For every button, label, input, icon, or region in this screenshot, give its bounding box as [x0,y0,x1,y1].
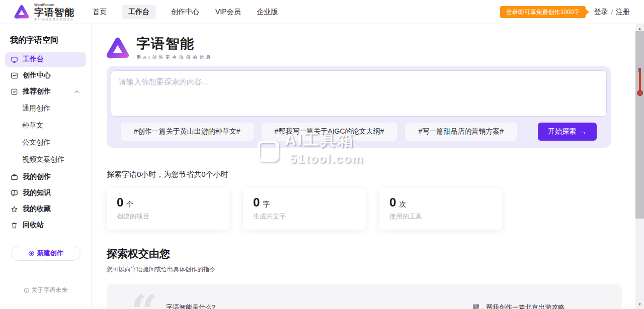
nav-right: 登录即可享免费创作1000字 登录 / 注册 [500,6,630,18]
sidebar-item-label: 推荐创作 [23,87,51,96]
sidebar-item-recycle-bin[interactable]: 回收站 [5,218,86,233]
sidebar-item-recommended[interactable]: 推荐创作 [5,84,86,99]
page-scrollbar[interactable]: ▲ ▼ [635,24,644,309]
arrow-right-icon: → [580,128,587,136]
sidebar-item-my-creations[interactable]: 我的创作 [5,169,86,184]
stat-label: 使用的工具 [389,212,492,221]
sidebar-item-label: 我的收藏 [23,204,51,214]
stat-card-projects: 0 个 创建的项目 [107,188,229,230]
sidebar-header: 我的字语空间 [10,35,91,46]
sidebar-item-my-favorites[interactable]: 我的收藏 [5,201,86,217]
stat-card-words: 0 字 生成的文字 [243,188,366,230]
sidebar-item-workbench[interactable]: 工作台 [5,52,86,67]
sidebar-item-label: 创作中心 [23,71,51,80]
about-link[interactable]: 关于字语未来 [0,286,91,294]
doc-check-icon [11,88,18,95]
suggestion-chip-aigc[interactable]: #帮我写一篇关于AIGC的论文大纲# [262,123,397,141]
brand-tagline-small: 用AI创造更有价值的信息 [34,18,74,21]
explore-section-head: 探索权交由您 您可以向字语提问或给出具体创作的指令 [107,247,635,274]
stat-unit: 次 [399,200,406,209]
main-brand-triangle-icon [104,35,131,61]
about-label: 关于字语未来 [32,286,68,294]
scroll-position-marker-icon [636,68,643,96]
start-explore-label: 开始探索 [548,127,576,136]
section-title: 探索权交由您 [107,247,635,261]
brand-text: WordFuture 字语智能 用AI创造更有价值的信息 [34,3,74,21]
login-link[interactable]: 登录 [594,8,608,17]
stat-value-row: 0 个 [117,195,219,210]
main-content: 字语智能 用AI创造更有价值的信息 #创作一篇关于黄山出游的种草文# #帮我写一… [92,24,635,309]
main-brand-text: 字语智能 用AI创造更有价值的信息 [136,36,213,60]
sidebar-subitem-video-copy[interactable]: 视频文案创作 [22,151,91,168]
question-bubble-icon: ? [11,189,18,197]
brand-logo[interactable]: WordFuture 字语智能 用AI创造更有价值的信息 [13,3,74,21]
start-explore-button[interactable]: 开始探索 → [538,123,597,141]
stat-unit: 个 [126,200,133,209]
register-link[interactable]: 注册 [616,8,630,17]
brand-triangle-icon [13,4,30,21]
nav-item-vip[interactable]: VIP会员 [214,5,242,19]
quote-icon: “ [131,289,157,309]
info-circle-icon [24,287,30,293]
stat-label: 生成的文字 [253,212,356,221]
example-question: 字语智能是什么? [166,303,215,309]
stat-card-tools: 0 次 使用的工具 [379,188,502,230]
sidebar-item-label: 工作台 [23,55,44,64]
monitor-icon [11,56,18,63]
top-navbar: WordFuture 字语智能 用AI创造更有价值的信息 首页 工作台 创作中心… [0,0,644,24]
star-icon [11,205,18,213]
chart-icon [11,72,18,79]
stat-value: 0 [253,195,260,210]
login-register-divider: / [611,8,613,16]
usage-summary: 探索字语0小时，为您节省共0个小时 [107,170,635,179]
search-input[interactable] [111,70,607,117]
example-quote-card: “ 字语智能是什么? 嗯，帮我创作一篇北京出游攻略 [107,284,622,309]
nav-item-creation-center[interactable]: 创作中心 [170,5,200,19]
nav-item-enterprise[interactable]: 企业版 [256,5,279,19]
svg-text:?: ? [13,191,15,194]
main-brand: 字语智能 用AI创造更有价值的信息 [104,35,635,61]
stat-value: 0 [389,195,396,210]
stat-unit: 字 [263,200,270,209]
chevron-up-icon [73,88,80,95]
brand-word-small: WordFuture [34,3,74,7]
marker-tube [639,69,641,91]
sidebar-item-creation-center[interactable]: 创作中心 [5,68,86,83]
sidebar-subitem-general[interactable]: 通用创作 [22,100,91,117]
trash-icon [11,222,18,229]
stat-value-row: 0 字 [253,195,356,210]
nav-item-home[interactable]: 首页 [92,5,108,19]
scrollbar-thumb[interactable] [635,31,644,219]
main-brand-tagline: 用AI创造更有价值的信息 [136,54,213,61]
stat-value: 0 [117,195,123,210]
suggestion-chip-huangshan[interactable]: #创作一篇关于黄山出游的种草文# [121,123,254,141]
section-subtitle: 您可以向字语提问或给出具体创作的指令 [107,265,635,274]
new-creation-label: 新建创作 [37,249,63,258]
main-brand-title: 字语智能 [136,36,213,52]
suggestion-chip-dessert[interactable]: #写一篇甜品店的营销方案# [405,123,517,141]
sidebar-recommended-sublist: 通用创作 种草文 公文创作 视频文案创作 [0,100,91,168]
new-creation-button[interactable]: 新建创作 [11,246,80,261]
sidebar-item-label: 回收站 [23,221,44,230]
stat-value-row: 0 次 [389,195,492,210]
example-answer: 嗯，帮我创作一篇北京出游攻略 [473,303,565,309]
sidebar: 我的字语空间 工作台 创作中心 推荐创作 通用创作 种草文 公文创 [0,24,92,309]
page: WordFuture 字语智能 用AI创造更有价值的信息 首页 工作台 创作中心… [0,0,644,309]
stats-cards-row: 0 个 创建的项目 0 字 生成的文字 0 次 使用的工具 [107,188,635,230]
search-panel: #创作一篇关于黄山出游的种草文# #帮我写一篇关于AIGC的论文大纲# #写一篇… [107,66,611,148]
plus-circle-icon [28,250,35,257]
sidebar-item-label: 我的创作 [23,172,51,181]
nav-item-workbench[interactable]: 工作台 [122,5,156,19]
sidebar-item-label: 我的知识 [23,188,51,197]
promo-badge: 登录即可享免费创作1000字 [500,6,586,18]
marker-bulb [637,90,643,96]
sidebar-subitem-seeding[interactable]: 种草文 [22,117,91,134]
suggestion-chips-row: #创作一篇关于黄山出游的种草文# #帮我写一篇关于AIGC的论文大纲# #写一篇… [121,123,597,141]
briefcase-icon [11,173,18,181]
sidebar-subitem-official[interactable]: 公文创作 [22,134,91,151]
stat-label: 创建的项目 [117,212,219,221]
sidebar-item-my-knowledge[interactable]: ? 我的知识 [5,185,86,200]
main-nav: 首页 工作台 创作中心 VIP会员 企业版 [92,5,279,19]
brand-name: 字语智能 [34,8,74,17]
scrollbar-down-arrow[interactable]: ▼ [635,301,644,308]
